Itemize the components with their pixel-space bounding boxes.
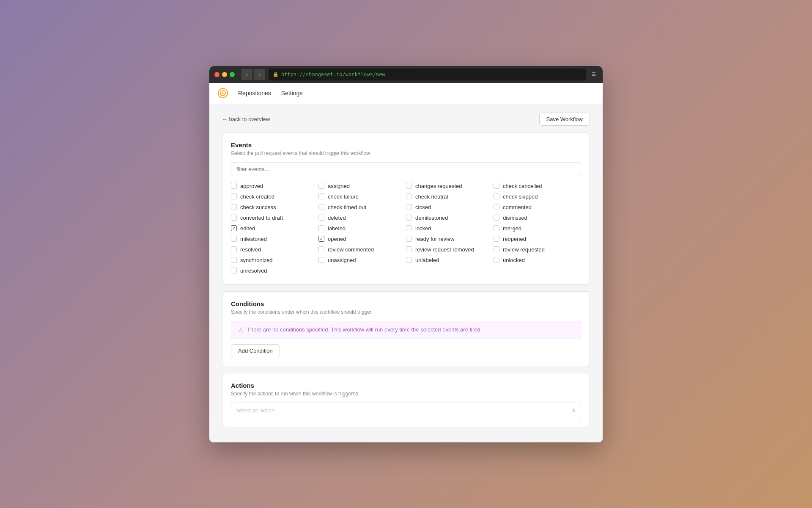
event-checkbox[interactable] bbox=[318, 215, 324, 221]
event-checkbox[interactable] bbox=[231, 215, 237, 221]
event-checkbox[interactable] bbox=[494, 193, 499, 199]
event-checkbox[interactable] bbox=[231, 183, 237, 189]
event-checkbox[interactable] bbox=[231, 225, 237, 231]
event-item[interactable]: synchronized bbox=[231, 255, 318, 265]
event-item[interactable]: edited bbox=[231, 224, 318, 233]
actions-description: Specify the actions to run when this wor… bbox=[231, 391, 581, 397]
event-checkbox[interactable] bbox=[231, 246, 237, 252]
actions-section: Actions Specify the actions to run when … bbox=[222, 373, 590, 427]
event-item[interactable]: dismissed bbox=[494, 213, 581, 223]
event-label: check cancelled bbox=[503, 183, 542, 189]
event-checkbox[interactable] bbox=[231, 193, 237, 199]
event-checkbox[interactable] bbox=[318, 257, 324, 263]
event-checkbox[interactable] bbox=[406, 225, 412, 231]
action-select-dropdown[interactable]: select an action ∧ bbox=[231, 403, 581, 418]
event-item[interactable]: check success bbox=[231, 202, 318, 212]
nav-buttons: ‹ › bbox=[241, 69, 265, 80]
event-label: review commented bbox=[328, 246, 374, 253]
event-item[interactable]: converted to draft bbox=[231, 213, 318, 223]
event-item[interactable]: check timed out bbox=[318, 202, 406, 212]
event-item[interactable]: review requested bbox=[494, 245, 581, 254]
event-checkbox[interactable] bbox=[494, 215, 499, 221]
event-checkbox[interactable] bbox=[318, 236, 324, 242]
event-checkbox[interactable] bbox=[494, 204, 499, 210]
close-button[interactable] bbox=[214, 72, 219, 77]
event-item[interactable]: demilestoned bbox=[406, 213, 494, 223]
actions-title: Actions bbox=[231, 382, 581, 389]
event-checkbox[interactable] bbox=[406, 183, 412, 189]
event-item[interactable]: changes requested bbox=[406, 181, 494, 191]
event-item[interactable]: closed bbox=[406, 202, 494, 212]
event-checkbox[interactable] bbox=[494, 236, 499, 242]
event-label: unlocked bbox=[503, 257, 525, 263]
event-item[interactable]: ready for review bbox=[406, 234, 494, 244]
event-checkbox[interactable] bbox=[406, 236, 412, 242]
event-label: converted to draft bbox=[240, 215, 283, 221]
event-checkbox[interactable] bbox=[231, 204, 237, 210]
lock-icon: 🔒 bbox=[273, 72, 279, 77]
event-label: demilestoned bbox=[415, 215, 448, 221]
back-nav-button[interactable]: ‹ bbox=[241, 69, 252, 80]
forward-nav-button[interactable]: › bbox=[254, 69, 265, 80]
event-item[interactable]: unlocked bbox=[494, 255, 581, 265]
nav-repositories[interactable]: Repositories bbox=[238, 90, 271, 97]
event-checkbox[interactable] bbox=[318, 183, 324, 189]
event-checkbox[interactable] bbox=[406, 215, 412, 221]
add-condition-button[interactable]: Add Condition bbox=[231, 344, 280, 357]
back-link[interactable]: ← back to overview bbox=[222, 116, 270, 122]
event-item[interactable]: resolved bbox=[231, 245, 318, 254]
save-workflow-button[interactable]: Save Workflow bbox=[539, 113, 590, 126]
event-item[interactable]: unlabeled bbox=[406, 255, 494, 265]
maximize-button[interactable] bbox=[230, 72, 235, 77]
address-bar[interactable]: 🔒 https://changeset.io/workflows/new bbox=[269, 69, 586, 80]
event-item[interactable]: labeled bbox=[318, 224, 406, 233]
event-item[interactable]: check skipped bbox=[494, 192, 581, 202]
event-item[interactable]: review request removed bbox=[406, 245, 494, 254]
event-item[interactable]: assigned bbox=[318, 181, 406, 191]
event-checkbox[interactable] bbox=[494, 225, 499, 231]
action-select-placeholder: select an action bbox=[236, 407, 274, 414]
event-item[interactable]: deleted bbox=[318, 213, 406, 223]
event-item[interactable]: opened bbox=[318, 234, 406, 244]
filter-events-input[interactable] bbox=[231, 162, 581, 176]
event-item[interactable]: milestoned bbox=[231, 234, 318, 244]
event-item[interactable]: check failure bbox=[318, 192, 406, 202]
menu-button[interactable]: ≡ bbox=[590, 68, 598, 80]
event-checkbox[interactable] bbox=[406, 204, 412, 210]
event-item[interactable]: review commented bbox=[318, 245, 406, 254]
warning-icon: ⚠ bbox=[238, 327, 244, 334]
event-checkbox[interactable] bbox=[406, 246, 412, 252]
event-item[interactable]: check neutral bbox=[406, 192, 494, 202]
event-item[interactable]: locked bbox=[406, 224, 494, 233]
events-section: Events Select the pull request events th… bbox=[222, 133, 590, 284]
event-label: reopened bbox=[503, 236, 526, 242]
event-checkbox[interactable] bbox=[231, 257, 237, 263]
event-checkbox[interactable] bbox=[318, 193, 324, 199]
event-checkbox[interactable] bbox=[318, 225, 324, 231]
events-title: Events bbox=[231, 141, 581, 149]
event-checkbox[interactable] bbox=[494, 183, 499, 189]
event-checkbox[interactable] bbox=[318, 204, 324, 210]
event-item[interactable]: check created bbox=[231, 192, 318, 202]
minimize-button[interactable] bbox=[222, 72, 227, 77]
event-item[interactable]: reopened bbox=[494, 234, 581, 244]
chevron-up-icon: ∧ bbox=[572, 407, 576, 413]
nav-settings[interactable]: Settings bbox=[281, 90, 303, 97]
event-item[interactable]: commented bbox=[494, 202, 581, 212]
event-label: assigned bbox=[328, 183, 350, 189]
event-label: edited bbox=[240, 225, 255, 232]
event-checkbox[interactable] bbox=[494, 246, 499, 252]
event-label: unresolved bbox=[240, 268, 267, 274]
event-item[interactable]: check cancelled bbox=[494, 181, 581, 191]
event-item[interactable]: merged bbox=[494, 224, 581, 233]
event-checkbox[interactable] bbox=[406, 193, 412, 199]
event-checkbox[interactable] bbox=[406, 257, 412, 263]
traffic-lights bbox=[214, 72, 235, 77]
event-checkbox[interactable] bbox=[318, 246, 324, 252]
event-item[interactable]: approved bbox=[231, 181, 318, 191]
event-checkbox[interactable] bbox=[231, 236, 237, 242]
event-item[interactable]: unassigned bbox=[318, 255, 406, 265]
event-checkbox[interactable] bbox=[494, 257, 499, 263]
event-item[interactable]: unresolved bbox=[231, 266, 318, 276]
event-checkbox[interactable] bbox=[231, 268, 237, 273]
